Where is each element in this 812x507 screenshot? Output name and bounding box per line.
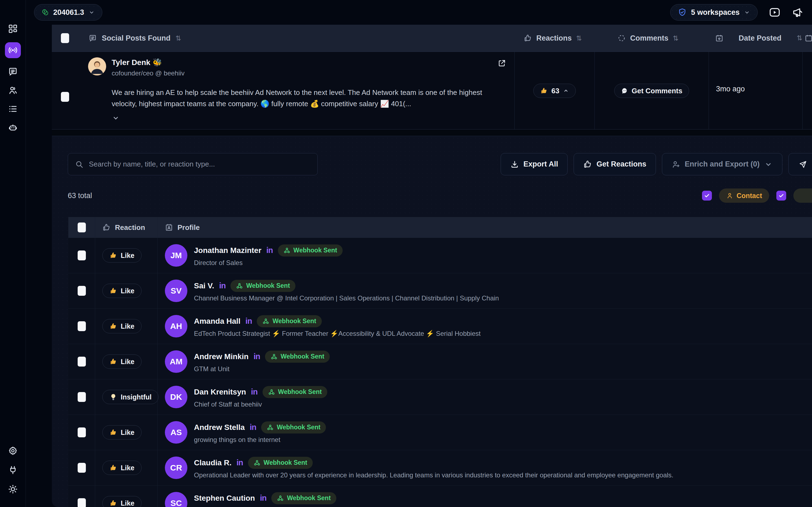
sidebar-item-reactions-active[interactable] (5, 42, 21, 58)
export-all-button[interactable]: Export All (501, 153, 568, 175)
row-checkbox[interactable] (78, 463, 86, 473)
external-link-icon[interactable] (497, 59, 506, 68)
list-icon[interactable] (8, 104, 18, 114)
id-card-icon (165, 223, 173, 232)
search-input[interactable] (89, 160, 310, 168)
reaction-pill[interactable]: Insightful (102, 390, 159, 404)
reaction-pill[interactable]: Like (102, 461, 141, 475)
linkedin-icon[interactable]: in (245, 317, 252, 326)
row-checkbox[interactable] (78, 428, 86, 437)
bot-icon[interactable] (8, 122, 18, 133)
comments-column-header[interactable]: Comments ⇅ (594, 34, 709, 43)
row-checkbox[interactable] (78, 357, 86, 367)
row-checkbox[interactable] (78, 321, 86, 331)
thumbs-up-filled-icon (109, 322, 117, 330)
megaphone-icon[interactable] (792, 6, 804, 18)
person-info: Andrew Stella in Webhook Sent growing th… (192, 421, 326, 444)
enrich-and-export-button[interactable]: Enrich and Export (0) (662, 153, 782, 175)
row-checkbox[interactable] (78, 498, 86, 507)
posts-header-checkbox-cell (52, 33, 78, 43)
row-profile-cell: SC Stephen Caution in Webhook Sent CEO, … (158, 486, 812, 507)
post-body-text: We are hiring an AE to help scale the be… (112, 87, 487, 109)
reactions-count: 63 (552, 87, 559, 95)
get-reactions-button[interactable]: Get Reactions (574, 153, 656, 175)
contact-filter-checkbox[interactable] (702, 191, 712, 201)
webhook-sent-label: Webhook Sent (246, 282, 290, 289)
get-comments-button[interactable]: Get Comments (614, 84, 689, 98)
contact-badge[interactable]: Contact (719, 188, 769, 203)
table-row: Like JM Jonathan Mazinter in Webhook Sen… (68, 238, 812, 273)
sort-icon[interactable]: ⇅ (797, 34, 802, 42)
second-filter-checkbox[interactable] (776, 191, 786, 201)
chat-icon[interactable] (8, 66, 18, 77)
dashboard-grid-icon[interactable] (8, 23, 18, 34)
row-checkbox[interactable] (78, 250, 86, 260)
reaction-pill[interactable]: Like (102, 284, 141, 298)
reaction-column-header[interactable]: Reaction (95, 217, 158, 238)
row-profile-cell: JM Jonathan Mazinter in Webhook Sent Dir… (158, 238, 812, 273)
users-icon[interactable] (8, 85, 18, 96)
linkedin-icon[interactable]: in (250, 423, 256, 432)
reaction-pill[interactable]: Like (102, 319, 141, 333)
person-name: Andrew Minkin (194, 352, 248, 361)
profile-column-label: Profile (177, 223, 200, 232)
person-subtitle: Director of Sales (194, 259, 343, 267)
reaction-pill[interactable]: Like (102, 425, 141, 440)
reactions-column-header[interactable]: Reactions ⇅ (514, 34, 594, 43)
date-posted-column-header[interactable]: Date Posted ⇅ (709, 34, 802, 42)
row-checkbox[interactable] (78, 392, 86, 402)
posts-table-title: Social Posts Found (102, 34, 171, 43)
person-subtitle: GTM at Unit (194, 365, 330, 373)
row-checkbox-cell (68, 286, 95, 296)
linkedin-icon[interactable]: in (267, 246, 273, 255)
project-selector[interactable]: 204061.3 (34, 4, 102, 20)
send-partial-button[interactable] (789, 153, 812, 175)
select-all-people-checkbox[interactable] (78, 223, 86, 232)
webhook-sent-badge: Webhook Sent (278, 244, 343, 257)
thumbs-up-icon (524, 34, 532, 42)
row-profile-cell: AS Andrew Stella in Webhook Sent growing… (158, 415, 812, 450)
linkedin-icon[interactable]: in (253, 352, 260, 361)
download-icon (510, 160, 519, 169)
clipped-badge (793, 188, 812, 203)
post-reactions-cell: 63 (514, 52, 594, 129)
person-info: Claudia R. in Webhook Sent Operational L… (192, 457, 674, 479)
post-row-checkbox[interactable] (61, 92, 69, 102)
row-profile-cell: SV Sai V. in Webhook Sent Channel Busine… (158, 273, 812, 308)
reaction-pill[interactable]: Like (102, 248, 141, 263)
linkedin-icon[interactable]: in (219, 281, 226, 290)
main-content-panel: Social Posts Found ⇅ Reactions ⇅ Comment… (52, 25, 812, 507)
profile-column-header[interactable]: Profile (158, 217, 812, 238)
person-subtitle: Channel Business Manager @ Intel Corpora… (194, 294, 499, 302)
post-content-cell: Tyler Denk 🐝 cofounder/ceo @ beehiiv We … (78, 52, 514, 129)
sort-icon[interactable]: ⇅ (673, 34, 679, 42)
row-checkbox-cell (68, 357, 95, 367)
webhook-icon (268, 389, 275, 396)
linkedin-icon[interactable]: in (251, 387, 257, 396)
sort-icon[interactable]: ⇅ (576, 34, 582, 42)
sun-icon[interactable] (8, 484, 18, 494)
row-reaction-cell: Like (95, 238, 158, 273)
reaction-pill[interactable]: Like (102, 496, 141, 507)
post-author-name[interactable]: Tyler Denk 🐝 (112, 58, 185, 67)
reaction-pill[interactable]: Like (102, 354, 141, 369)
table-row: Like AS Andrew Stella in Webhook Sent gr… (68, 415, 812, 450)
reactions-column-label: Reactions (536, 34, 572, 43)
plug-icon[interactable] (8, 465, 18, 475)
row-checkbox[interactable] (78, 286, 86, 296)
linkedin-icon[interactable]: in (236, 458, 243, 467)
post-author-avatar (88, 57, 106, 75)
select-all-posts-checkbox[interactable] (61, 33, 69, 43)
video-tutorial-icon[interactable] (769, 6, 781, 18)
sort-icon[interactable]: ⇅ (176, 34, 181, 42)
person-icon (726, 192, 733, 199)
reactions-count-pill[interactable]: 63 (533, 84, 576, 98)
thumbs-up-filled-icon (109, 499, 117, 507)
workspaces-selector[interactable]: 5 workspaces (670, 4, 758, 20)
contact-badge-label: Contact (737, 192, 762, 200)
linkedin-icon[interactable]: in (260, 494, 267, 503)
posts-title-cell[interactable]: Social Posts Found ⇅ (78, 34, 514, 43)
expand-post-chevron-icon[interactable] (112, 114, 120, 122)
search-box (68, 153, 318, 175)
settings-gear-icon[interactable] (8, 446, 18, 456)
